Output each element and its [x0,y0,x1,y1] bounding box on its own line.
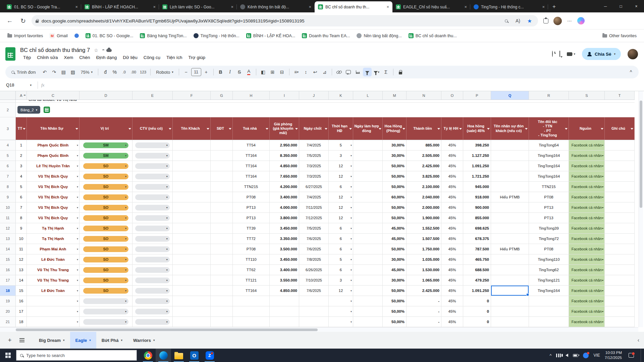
cell-term[interactable]: 12▾ [329,192,353,202]
cell-total[interactable]: 885.000 [407,140,441,150]
other-favorites-button[interactable]: Other favorites [600,32,639,40]
show-desktop-button[interactable] [641,349,643,362]
cell-note[interactable] [605,234,635,244]
table-header-cell[interactable]: Vị trí [79,117,132,140]
dropdown-caret-icon[interactable]: ▾ [125,237,126,240]
undo-icon[interactable]: ↶ [40,68,49,76]
cell-sale-commission[interactable]: 787.500 [463,244,491,254]
column-header-C[interactable]: C [27,91,79,100]
name-box-caret-icon[interactable]: ▾ [30,83,32,87]
menu-Công cụ[interactable]: Công cụ [141,54,163,61]
row-header-9[interactable]: 9 [0,192,16,202]
window-close-button[interactable]: × [629,0,644,12]
position-chip[interactable]: SO▾ [83,278,128,283]
dropdown-caret-icon[interactable]: ▾ [602,279,603,282]
select-all-corner[interactable] [0,91,16,100]
cell-close-date[interactable] [299,306,329,317]
cell-source[interactable]: Facebook cá nhân▾ [569,244,605,254]
cell-name[interactable]: Phạm Mai Anh▾ [27,244,79,254]
cell-partner[interactable]: TingTong164 [529,171,569,182]
ctv-chip[interactable]: ▾ [135,278,169,283]
cell-total[interactable]: - [407,306,441,317]
dropdown-caret-icon[interactable]: ▾ [602,154,603,157]
cell-sale-commission[interactable]: 1.127.250 [463,150,491,161]
cell-customer[interactable] [173,306,211,317]
cell-building[interactable]: TT164 [233,286,270,296]
formula-input[interactable] [48,79,641,91]
ctv-chip[interactable]: ▾ [135,267,169,273]
dropdown-caret-icon[interactable]: ▾ [166,248,168,251]
cell-tt[interactable]: 4 [16,171,27,182]
cell-commission-pct[interactable]: 45,00% [383,234,407,244]
dropdown-caret-icon[interactable]: ▾ [166,165,168,168]
dropdown-caret-icon[interactable]: ▾ [77,144,78,147]
dropdown-caret-icon[interactable]: ▾ [351,206,352,209]
dropdown-caret-icon[interactable]: ▾ [351,300,352,303]
table-header-cell[interactable]: SĐT [211,117,233,140]
cell-contract-date[interactable] [353,296,383,306]
cell-tt[interactable]: 6 [16,192,27,202]
ctv-chip[interactable]: ▾ [135,163,169,169]
cell-total[interactable]: 1.065.000 [407,275,441,286]
filter-funnel-icon[interactable] [23,128,25,130]
cell-building[interactable]: TTN215 [233,182,270,192]
cell-rate[interactable]: 45% [441,140,463,150]
search-in-sidebar-icon[interactable] [502,16,511,25]
cell-name[interactable]: Tạ Thị Hạnh▾ [27,223,79,234]
row-header-12[interactable]: 12 [0,223,16,234]
cell-source[interactable]: Facebook cá nhân▾ [569,150,605,161]
taskbar-search[interactable] [16,350,137,361]
dropdown-caret-icon[interactable]: ▾ [602,196,603,199]
cell-greeter[interactable] [491,234,529,244]
cell-term[interactable]: ▾ [329,306,353,317]
cell-contract-date[interactable] [353,275,383,286]
cell-greeter[interactable] [491,171,529,182]
borders-icon[interactable]: ⊞ [268,68,277,76]
dropdown-caret-icon[interactable]: ▾ [77,258,78,261]
bookmark-item[interactable]: Doanh thu Team EA... [299,32,353,40]
cell-building[interactable]: TT54 [233,140,270,150]
cell-commission-pct[interactable]: 30,00% [383,150,407,161]
cell-position[interactable]: SO▾ [79,286,132,296]
extensions-icon[interactable] [541,16,550,25]
position-chip[interactable]: SO▾ [83,215,128,221]
table-name-chip[interactable]: Bảng_2 ▾ [17,106,40,114]
cell-ctv[interactable]: ▾ [132,192,173,202]
table-chip-caret-icon[interactable]: ▾ [36,108,38,112]
cell-position[interactable]: ▾ [79,317,132,327]
table-header-cell[interactable]: Tên Khách [173,117,211,140]
dropdown-caret-icon[interactable]: ▾ [351,185,352,188]
format-percent-icon[interactable]: % [110,68,119,76]
cell-partner[interactable]: TingTong72 [529,234,569,244]
cell-customer[interactable] [173,140,211,150]
cell-partner[interactable]: TingTong62 [529,265,569,275]
cell-phone[interactable] [211,275,233,286]
cell-partner[interactable]: TingTong121 [529,275,569,286]
filter-funnel-icon[interactable] [379,128,381,130]
merge-cells-icon[interactable]: ⊟ [278,68,286,76]
cell-commission-pct[interactable]: 50,00% [383,161,407,171]
dropdown-caret-icon[interactable]: ▾ [125,248,126,251]
cell-tt[interactable]: 9 [16,223,27,234]
cell-building[interactable]: TT164 [233,171,270,182]
position-chip[interactable]: SO▾ [83,163,128,169]
browser-tab[interactable]: BÌNH - LẬP KẾ HOẠCH...× [81,1,159,12]
cell-building[interactable]: PT08 [233,192,270,202]
position-chip[interactable]: ▾ [83,298,128,304]
dropdown-caret-icon[interactable]: ▾ [351,310,352,313]
menu-Chèn[interactable]: Chèn [76,54,93,61]
cell-partner[interactable]: TingTong164 [529,150,569,161]
column-header-K[interactable]: K [329,91,353,100]
dropdown-caret-icon[interactable]: ▾ [602,300,603,303]
cell-note[interactable] [605,296,635,306]
cell-close-date[interactable]: 7/12/2025 [299,213,329,223]
cell-greeter[interactable] [491,265,529,275]
cell-greeter[interactable] [491,140,529,150]
sheet-tab-caret-icon[interactable]: ▾ [63,339,65,342]
cell-building[interactable] [233,317,270,327]
table-header-cell[interactable]: CTV (nếu có) [132,117,173,140]
cell-tt[interactable]: 5 [16,182,27,192]
cell-position[interactable]: SO▾ [79,275,132,286]
cell-ctv[interactable]: ▾ [132,140,173,150]
cell-customer[interactable] [173,223,211,234]
